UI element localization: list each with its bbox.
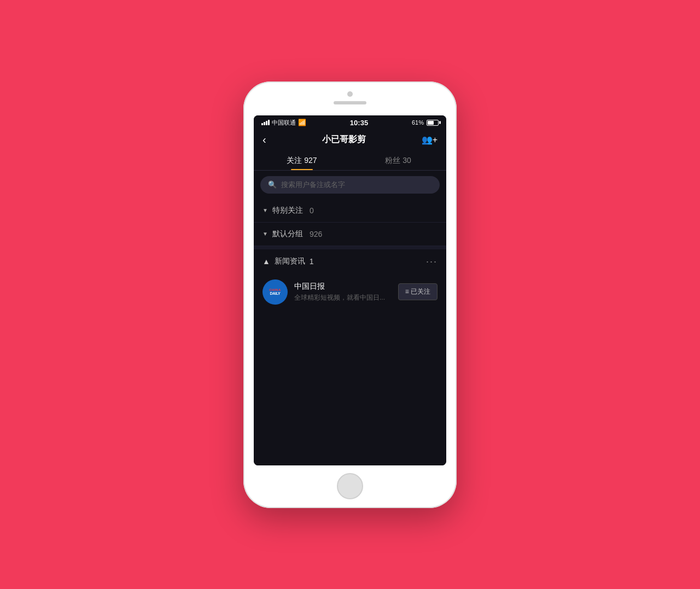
search-placeholder: 搜索用户备注或名字 [281, 180, 345, 190]
wifi-icon: 📶 [298, 119, 306, 126]
collapse-icon: ▼ [262, 207, 268, 213]
back-button[interactable]: ‹ [262, 133, 266, 146]
add-user-button[interactable]: 👥+ [422, 135, 438, 145]
phone-screen: 中国联通 📶 10:35 61% ‹ 小已哥影剪 👥+ 关注 927 [254, 115, 446, 465]
account-name: 中国日报 [294, 282, 392, 291]
battery-icon [427, 120, 439, 126]
search-container: 🔍 搜索用户备注或名字 [254, 171, 446, 199]
nav-title: 小已哥影剪 [322, 134, 366, 145]
status-right: 61% [412, 119, 439, 126]
news-section: ▲ 新闻资讯 1 ··· CHINA DAILY 中国日报 全球精彩短视频，就看… [254, 246, 446, 310]
default-group-count: 926 [310, 230, 322, 238]
account-info: 中国日报 全球精彩短视频，就看中国日... [294, 282, 392, 302]
follow-button[interactable]: ≡ 已关注 [398, 283, 438, 300]
default-group-section: ▼ 默认分组 926 [254, 223, 446, 246]
carrier-label: 中国联通 [272, 119, 296, 127]
tabs-bar: 关注 927 粉丝 30 [254, 150, 446, 171]
special-group-count: 0 [310, 206, 314, 215]
avatar: CHINA DAILY [262, 279, 288, 305]
signal-bar-4 [268, 120, 270, 125]
signal-bar-1 [261, 123, 263, 125]
phone-speaker [334, 101, 366, 104]
phone-camera [347, 91, 353, 97]
tab-followers[interactable]: 粉丝 30 [350, 150, 446, 170]
news-header: ▲ 新闻资讯 1 ··· [254, 249, 446, 274]
default-group-label: 默认分组 [272, 229, 303, 239]
signal-bar-2 [264, 122, 265, 125]
special-group-header[interactable]: ▼ 特别关注 0 [254, 199, 446, 222]
news-more-button[interactable]: ··· [426, 256, 438, 267]
status-time: 10:35 [350, 119, 368, 127]
signal-bar-3 [266, 121, 267, 125]
status-left: 中国联通 📶 [261, 119, 306, 127]
default-group-header[interactable]: ▼ 默认分组 926 [254, 223, 446, 246]
search-icon: 🔍 [268, 180, 277, 189]
news-count: 1 [310, 257, 314, 266]
tab-following[interactable]: 关注 927 [254, 150, 350, 170]
phone-frame: 中国联通 📶 10:35 61% ‹ 小已哥影剪 👥+ 关注 927 [243, 81, 457, 508]
special-group-section: ▼ 特别关注 0 [254, 199, 446, 223]
news-header-left[interactable]: ▲ 新闻资讯 1 [262, 256, 314, 266]
nav-bar: ‹ 小已哥影剪 👥+ [254, 129, 446, 150]
logo-daily-text: DAILY [270, 291, 281, 295]
account-item: CHINA DAILY 中国日报 全球精彩短视频，就看中国日... ≡ 已关注 [254, 274, 446, 310]
search-box[interactable]: 🔍 搜索用户备注或名字 [260, 176, 440, 194]
status-bar: 中国联通 📶 10:35 61% [254, 115, 446, 129]
content-area: ▼ 特别关注 0 ▼ 默认分组 926 ▲ 新闻资讯 [254, 199, 446, 465]
news-label: 新闻资讯 [275, 256, 305, 266]
account-description: 全球精彩短视频，就看中国日... [294, 293, 392, 302]
collapse-icon-2: ▼ [262, 231, 268, 237]
battery-percent: 61% [412, 119, 424, 126]
expand-icon: ▲ [262, 257, 270, 266]
special-group-label: 特别关注 [272, 206, 303, 215]
phone-home-button[interactable] [337, 473, 363, 499]
signal-bars [261, 120, 270, 125]
